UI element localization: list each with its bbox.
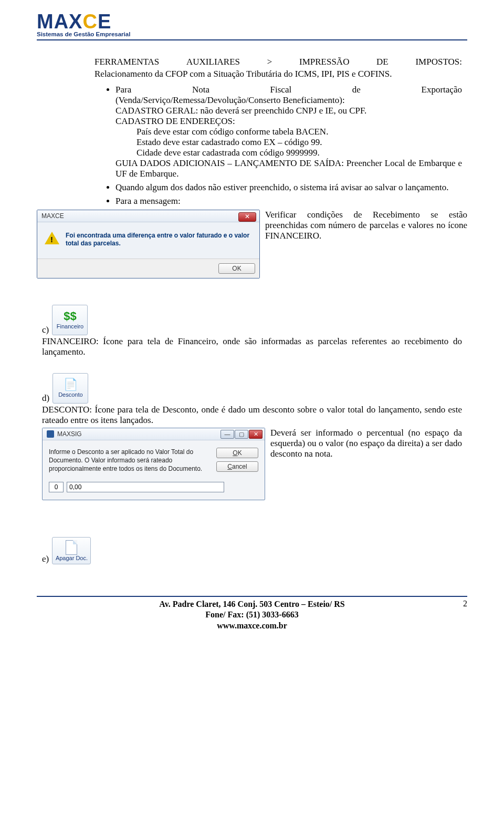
section-prefix: e) xyxy=(42,554,49,564)
toolbar-label: Apagar Doc. xyxy=(56,555,88,561)
financeiro-button[interactable]: $$ Financeiro xyxy=(52,305,88,335)
section-c: c) $$ Financeiro FINANCEIRO: Ícone para … xyxy=(42,305,462,357)
section-prefix: c) xyxy=(42,325,49,335)
section-prefix: d) xyxy=(42,393,49,404)
close-button[interactable]: ✕ xyxy=(238,212,256,222)
section-text: FINANCEIRO: Ícone para tela de Financeir… xyxy=(42,336,462,357)
logo-letter: A xyxy=(54,11,69,33)
bullet-item: Quando algum dos dados não estiver preen… xyxy=(116,182,462,193)
dialog-message: Foi encontrada uma diferença entre o val… xyxy=(66,232,252,248)
sub-item: Estado deve estar cadastrado como EX – c… xyxy=(116,137,462,148)
dialog-maxsig: MAXSIG — ▢ ✕ Informe o Desconto a ser ap… xyxy=(42,428,265,500)
app-icon xyxy=(47,430,54,438)
cancel-button[interactable]: Cancel xyxy=(216,461,258,472)
dialog-message: Informe o Desconto a ser aplicado no Val… xyxy=(49,448,209,473)
bullet-item: Para Nota Fiscal de Exportação (Venda/Se… xyxy=(116,85,462,179)
logo-letter: C xyxy=(82,11,97,33)
ok-button[interactable]: OK xyxy=(216,448,258,458)
close-button[interactable]: ✕ xyxy=(249,430,262,439)
minimize-button[interactable]: — xyxy=(220,430,234,439)
section-text: DESCONTO: Ícone para tela de Desconto, o… xyxy=(42,405,462,426)
logo-letter: M xyxy=(37,11,54,33)
footer-phone: Fone/ Fax: (51) 3033-6663 xyxy=(52,610,452,621)
bullet-list: Para Nota Fiscal de Exportação (Venda/Se… xyxy=(94,85,462,206)
page-icon xyxy=(66,540,77,555)
page-footer: Av. Padre Claret, 146 Conj. 503 Centro –… xyxy=(37,596,467,632)
dialog-maxce: MAXCE ✕ Foi encontrada uma diferença ent… xyxy=(37,210,260,278)
section-d: d) 📄 Desconto DESCONTO: Ícone para tela … xyxy=(42,373,462,426)
footer-site: www.maxce.com.br xyxy=(52,621,452,632)
dollar-icon: $$ xyxy=(64,311,76,322)
value-input[interactable] xyxy=(67,482,224,492)
intro-paragraph: FERRAMENTAS AUXILIARES > IMPRESSÃO DE IM… xyxy=(94,56,462,80)
dialog-title: MAXCE xyxy=(41,212,64,220)
logo: MAXCE Sistemas de Gestão Empresarial xyxy=(37,11,467,37)
logo-letter: X xyxy=(69,11,82,33)
document-icon: 📄 xyxy=(64,379,78,390)
sub-item: País deve estar com código conforme tabe… xyxy=(116,127,462,137)
dialog-titlebar: MAXSIG — ▢ ✕ xyxy=(43,428,265,440)
apagar-doc-button[interactable]: Apagar Doc. xyxy=(52,537,91,564)
section-e: e) Apagar Doc. xyxy=(42,537,462,564)
warning-icon xyxy=(45,232,59,246)
footer-address: Av. Padre Claret, 146 Conj. 503 Centro –… xyxy=(52,599,452,610)
desconto-button[interactable]: 📄 Desconto xyxy=(52,373,88,404)
ok-button[interactable]: OK xyxy=(218,263,255,274)
bullet-item: Para a mensagem: xyxy=(116,196,462,206)
dialog-title: MAXSIG xyxy=(57,430,82,438)
percent-input[interactable] xyxy=(49,482,64,492)
maximize-button[interactable]: ▢ xyxy=(235,430,248,439)
logo-tagline: Sistemas de Gestão Empresarial xyxy=(37,31,467,37)
page-header: MAXCE Sistemas de Gestão Empresarial xyxy=(37,11,467,40)
toolbar-label: Financeiro xyxy=(57,323,83,329)
dialog-titlebar: MAXCE ✕ xyxy=(37,210,259,222)
side-explanation: Verificar condições de Recebimento se es… xyxy=(265,210,467,241)
logo-letter: E xyxy=(98,11,111,33)
toolbar-label: Desconto xyxy=(58,391,82,398)
side-explanation: Deverá ser informado o percentual (no es… xyxy=(270,428,462,459)
sub-item: Cidade deve estar cadastrada com código … xyxy=(116,148,462,158)
page-number: 2 xyxy=(452,599,467,632)
